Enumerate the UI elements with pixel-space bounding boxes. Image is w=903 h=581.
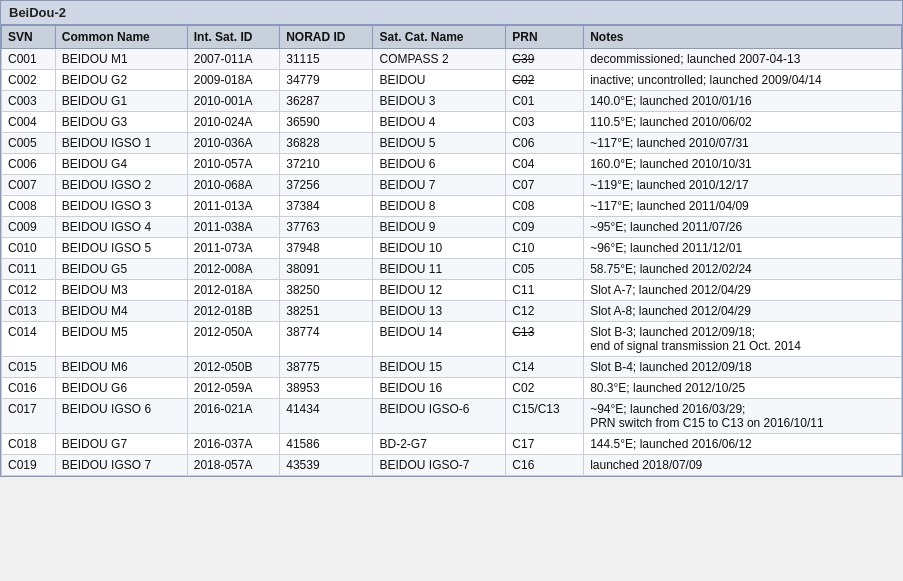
cell-sat-cat-name: COMPASS 2 [373,49,506,70]
cell-sat-cat-name: BEIDOU 10 [373,238,506,259]
cell-norad-id: 36287 [280,91,373,112]
cell-notes: ~117°E; launched 2010/07/31 [584,133,902,154]
cell-sat-cat-name: BEIDOU 6 [373,154,506,175]
cell-svn: C018 [2,434,56,455]
cell-common-name: BEIDOU G3 [55,112,187,133]
cell-norad-id: 38775 [280,357,373,378]
cell-prn: C14 [506,357,584,378]
cell-sat-cat-name: BEIDOU 4 [373,112,506,133]
cell-notes: ~119°E; launched 2010/12/17 [584,175,902,196]
cell-int-sat-id: 2012-008A [187,259,279,280]
cell-svn: C016 [2,378,56,399]
cell-sat-cat-name: BEIDOU 7 [373,175,506,196]
table-row: C003BEIDOU G12010-001A36287BEIDOU 3C0114… [2,91,902,112]
cell-int-sat-id: 2009-018A [187,70,279,91]
table-row: C017BEIDOU IGSO 62016-021A41434BEIDOU IG… [2,399,902,434]
cell-common-name: BEIDOU IGSO 1 [55,133,187,154]
cell-int-sat-id: 2011-013A [187,196,279,217]
cell-svn: C003 [2,91,56,112]
cell-int-sat-id: 2010-024A [187,112,279,133]
cell-svn: C010 [2,238,56,259]
cell-svn: C001 [2,49,56,70]
table-row: C005BEIDOU IGSO 12010-036A36828BEIDOU 5C… [2,133,902,154]
cell-svn: C011 [2,259,56,280]
cell-norad-id: 37763 [280,217,373,238]
cell-notes: 160.0°E; launched 2010/10/31 [584,154,902,175]
cell-sat-cat-name: BEIDOU IGSO-6 [373,399,506,434]
cell-prn: C13 [506,322,584,357]
cell-notes: 58.75°E; launched 2012/02/24 [584,259,902,280]
col-int-sat-id: Int. Sat. ID [187,26,279,49]
table-row: C011BEIDOU G52012-008A38091BEIDOU 11C055… [2,259,902,280]
cell-int-sat-id: 2010-001A [187,91,279,112]
table-row: C009BEIDOU IGSO 42011-038A37763BEIDOU 9C… [2,217,902,238]
table-row: C019BEIDOU IGSO 72018-057A43539BEIDOU IG… [2,455,902,476]
table-row: C016BEIDOU G62012-059A38953BEIDOU 16C028… [2,378,902,399]
cell-sat-cat-name: BEIDOU 12 [373,280,506,301]
cell-norad-id: 41586 [280,434,373,455]
cell-notes: ~95°E; launched 2011/07/26 [584,217,902,238]
cell-svn: C005 [2,133,56,154]
cell-norad-id: 38953 [280,378,373,399]
cell-svn: C004 [2,112,56,133]
table-row: C002BEIDOU G22009-018A34779BEIDOUC02inac… [2,70,902,91]
cell-sat-cat-name: BEIDOU 15 [373,357,506,378]
cell-notes: ~117°E; launched 2011/04/09 [584,196,902,217]
cell-common-name: BEIDOU IGSO 7 [55,455,187,476]
cell-norad-id: 38774 [280,322,373,357]
cell-prn: C05 [506,259,584,280]
cell-norad-id: 37256 [280,175,373,196]
cell-sat-cat-name: BEIDOU [373,70,506,91]
table-row: C013BEIDOU M42012-018B38251BEIDOU 13C12S… [2,301,902,322]
cell-svn: C015 [2,357,56,378]
cell-int-sat-id: 2012-059A [187,378,279,399]
col-norad-id: NORAD ID [280,26,373,49]
cell-prn: C11 [506,280,584,301]
cell-norad-id: 37948 [280,238,373,259]
cell-prn: C10 [506,238,584,259]
cell-notes: Slot B-3; launched 2012/09/18;end of sig… [584,322,902,357]
cell-svn: C009 [2,217,56,238]
cell-norad-id: 38250 [280,280,373,301]
cell-prn: C02 [506,378,584,399]
cell-sat-cat-name: BEIDOU 16 [373,378,506,399]
cell-norad-id: 38251 [280,301,373,322]
cell-norad-id: 34779 [280,70,373,91]
cell-common-name: BEIDOU G7 [55,434,187,455]
cell-notes: 144.5°E; launched 2016/06/12 [584,434,902,455]
cell-notes: ~96°E; launched 2011/12/01 [584,238,902,259]
cell-common-name: BEIDOU G4 [55,154,187,175]
cell-common-name: BEIDOU IGSO 3 [55,196,187,217]
cell-norad-id: 41434 [280,399,373,434]
cell-int-sat-id: 2010-036A [187,133,279,154]
cell-norad-id: 37384 [280,196,373,217]
cell-svn: C019 [2,455,56,476]
cell-sat-cat-name: BEIDOU 9 [373,217,506,238]
cell-prn: C12 [506,301,584,322]
cell-svn: C007 [2,175,56,196]
cell-prn: C07 [506,175,584,196]
col-svn: SVN [2,26,56,49]
cell-common-name: BEIDOU G2 [55,70,187,91]
cell-sat-cat-name: BD-2-G7 [373,434,506,455]
cell-int-sat-id: 2010-068A [187,175,279,196]
cell-common-name: BEIDOU M3 [55,280,187,301]
cell-norad-id: 31115 [280,49,373,70]
cell-svn: C008 [2,196,56,217]
table-row: C008BEIDOU IGSO 32011-013A37384BEIDOU 8C… [2,196,902,217]
cell-sat-cat-name: BEIDOU 5 [373,133,506,154]
table-row: C006BEIDOU G42010-057A37210BEIDOU 6C0416… [2,154,902,175]
cell-int-sat-id: 2011-073A [187,238,279,259]
cell-prn: C15/C13 [506,399,584,434]
table-row: C010BEIDOU IGSO 52011-073A37948BEIDOU 10… [2,238,902,259]
cell-common-name: BEIDOU IGSO 6 [55,399,187,434]
cell-int-sat-id: 2016-021A [187,399,279,434]
cell-common-name: BEIDOU IGSO 4 [55,217,187,238]
cell-sat-cat-name: BEIDOU 11 [373,259,506,280]
cell-notes: Slot A-7; launched 2012/04/29 [584,280,902,301]
cell-int-sat-id: 2018-057A [187,455,279,476]
cell-svn: C006 [2,154,56,175]
col-notes: Notes [584,26,902,49]
table-row: C001BEIDOU M12007-011A31115COMPASS 2C39d… [2,49,902,70]
table-row: C007BEIDOU IGSO 22010-068A37256BEIDOU 7C… [2,175,902,196]
